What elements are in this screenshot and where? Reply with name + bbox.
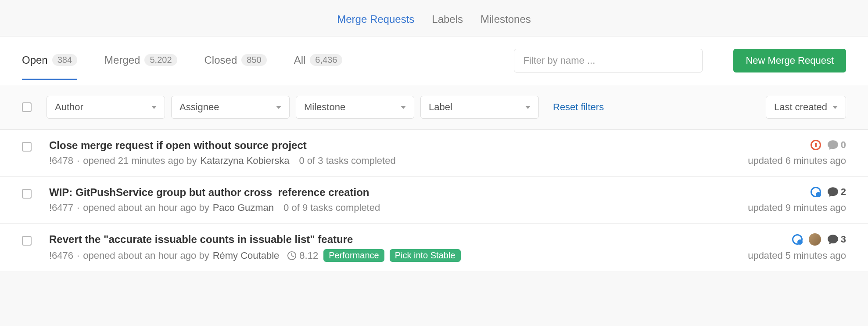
tab-open-label: Open: [22, 54, 48, 66]
opened-text: opened about an hour ago by: [83, 202, 209, 214]
select-all-checkbox[interactable]: [22, 102, 32, 112]
author-link[interactable]: Paco Guzman: [213, 202, 274, 214]
chevron-down-icon: [401, 106, 406, 109]
tab-open-count: 384: [52, 54, 77, 66]
top-nav: Merge Requests Labels Milestones: [0, 0, 868, 36]
label-dropdown-label: Label: [429, 101, 452, 113]
author-dropdown-label: Author: [55, 101, 83, 113]
chevron-down-icon: [151, 106, 157, 109]
merge-request-ref: !6476: [49, 250, 73, 261]
comments-count[interactable]: 3: [827, 234, 846, 245]
sort-dropdown[interactable]: Last created: [766, 96, 846, 119]
tasks-text: 0 of 3 tasks completed: [299, 155, 396, 167]
tab-all-count: 6,436: [310, 54, 342, 66]
ci-status-running-icon[interactable]: [792, 234, 803, 245]
label-chip[interactable]: Performance: [323, 249, 384, 262]
updated-text: updated 6 minutes ago: [748, 155, 846, 167]
chevron-down-icon: [276, 106, 281, 109]
tasks-text: 0 of 9 tasks completed: [283, 202, 380, 214]
row-checkbox[interactable]: [22, 189, 32, 199]
assignee-avatar[interactable]: [809, 233, 821, 246]
row-checkbox[interactable]: [22, 236, 32, 246]
merge-request-title[interactable]: Close merge request if open without sour…: [49, 139, 697, 152]
filter-name-input[interactable]: [514, 49, 703, 72]
opened-text: opened 21 minutes ago by: [83, 155, 197, 167]
tab-open[interactable]: Open 384: [22, 54, 77, 80]
ci-status-pending-icon[interactable]: [811, 140, 821, 150]
milestone-dropdown[interactable]: Milestone: [296, 96, 414, 119]
merge-request-ref: !6478: [49, 155, 73, 167]
ci-status-running-icon[interactable]: [811, 187, 821, 197]
comments-number: 2: [841, 186, 846, 198]
tab-closed[interactable]: Closed 850: [204, 54, 267, 80]
tab-merged-count: 5,202: [144, 54, 177, 66]
filter-bar: Author Assignee Milestone Label Reset fi…: [0, 85, 868, 130]
chevron-down-icon: [832, 106, 838, 109]
nav-milestones[interactable]: Milestones: [481, 13, 531, 25]
merge-request-list: Close merge request if open without sour…: [0, 130, 868, 272]
merge-request-meta: !6477 · opened about an hour ago by Paco…: [49, 202, 697, 214]
tab-closed-label: Closed: [204, 54, 237, 66]
chevron-down-icon: [525, 106, 531, 109]
merge-request-row: WIP: GitPushService group but author cro…: [0, 177, 868, 224]
assignee-dropdown[interactable]: Assignee: [171, 96, 290, 119]
milestone-dropdown-label: Milestone: [304, 101, 345, 113]
merge-request-title[interactable]: WIP: GitPushService group but author cro…: [49, 186, 697, 199]
tab-all-label: All: [294, 54, 306, 66]
author-dropdown[interactable]: Author: [47, 96, 165, 119]
new-merge-request-button[interactable]: New Merge Request: [733, 49, 846, 72]
nav-labels[interactable]: Labels: [432, 13, 463, 25]
comments-number: 3: [841, 234, 846, 245]
merge-request-meta: !6476 · opened about an hour ago by Rémy…: [49, 249, 697, 262]
tab-all[interactable]: All 6,436: [294, 54, 343, 80]
comments-count[interactable]: 2: [827, 186, 846, 198]
merge-request-meta: !6478 · opened 21 minutes ago by Katarzy…: [49, 155, 697, 167]
author-link[interactable]: Katarzyna Kobierska: [201, 155, 290, 167]
assignee-dropdown-label: Assignee: [179, 101, 219, 113]
updated-text: updated 9 minutes ago: [748, 202, 846, 214]
merge-request-row: Revert the "accurate issuable counts in …: [0, 224, 868, 272]
tab-merged[interactable]: Merged 5,202: [104, 54, 177, 80]
state-bar: Open 384 Merged 5,202 Closed 850 All 6,4…: [0, 36, 868, 85]
label-chip[interactable]: Pick into Stable: [390, 249, 461, 262]
merge-request-row: Close merge request if open without sour…: [0, 130, 868, 177]
label-dropdown[interactable]: Label: [420, 96, 539, 119]
merge-request-ref: !6477: [49, 202, 73, 214]
comments-number: 0: [841, 139, 846, 151]
tab-closed-count: 850: [241, 54, 266, 66]
milestone-text: 8.12: [299, 250, 318, 261]
sort-dropdown-label: Last created: [774, 101, 827, 113]
milestone-badge[interactable]: 8.12: [287, 250, 318, 261]
updated-text: updated 5 minutes ago: [748, 250, 846, 261]
nav-merge-requests[interactable]: Merge Requests: [337, 13, 414, 25]
opened-text: opened about an hour ago by: [83, 250, 209, 261]
reset-filters-link[interactable]: Reset filters: [553, 101, 604, 113]
comments-count[interactable]: 0: [827, 139, 846, 151]
author-link[interactable]: Rémy Coutable: [213, 250, 280, 261]
row-checkbox[interactable]: [22, 142, 32, 152]
tab-merged-label: Merged: [104, 54, 140, 66]
merge-request-title[interactable]: Revert the "accurate issuable counts in …: [49, 233, 697, 246]
